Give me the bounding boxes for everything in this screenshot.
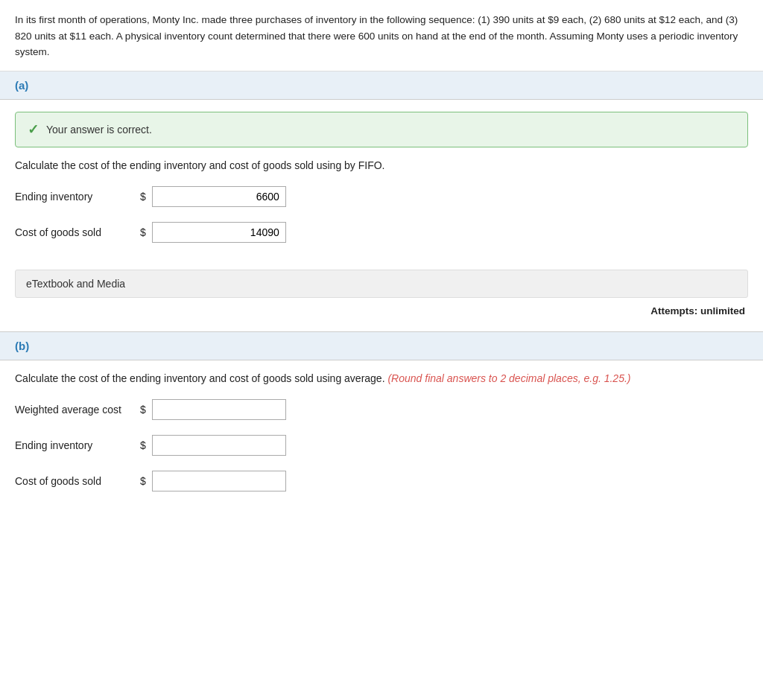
cost-of-goods-sold-dollar: $ — [140, 226, 146, 238]
weighted-average-label: Weighted average cost — [15, 404, 134, 416]
cost-of-goods-sold-label: Cost of goods sold — [15, 226, 134, 238]
etextbook-bar: eTextbook and Media — [15, 270, 748, 298]
problem-text: In its first month of operations, Monty … — [0, 0, 763, 71]
cost-of-goods-sold-row: Cost of goods sold $ — [15, 222, 748, 243]
ending-inventory-row: Ending inventory $ — [15, 186, 748, 207]
ending-inventory-b-label: Ending inventory — [15, 439, 134, 451]
etextbook-label: eTextbook and Media — [26, 278, 125, 290]
section-b-body: Calculate the cost of the ending invento… — [0, 360, 763, 529]
weighted-average-row: Weighted average cost $ — [15, 399, 748, 420]
ending-inventory-label: Ending inventory — [15, 191, 134, 203]
section-a-label: (a) — [15, 79, 28, 92]
ending-inventory-input[interactable] — [152, 186, 286, 207]
problem-text-content: In its first month of operations, Monty … — [15, 14, 738, 57]
section-a-label-bar: (a) — [0, 71, 763, 100]
section-a-body: ✓ Your answer is correct. Calculate the … — [0, 100, 763, 331]
cost-of-goods-sold-b-row: Cost of goods sold $ — [15, 471, 748, 491]
section-b-instruction: Calculate the cost of the ending invento… — [15, 372, 748, 384]
ending-inventory-dollar: $ — [140, 191, 146, 203]
cost-of-goods-sold-input[interactable] — [152, 222, 286, 243]
section-b-label-bar: (b) — [0, 332, 763, 360]
ending-inventory-b-row: Ending inventory $ — [15, 435, 748, 456]
section-b-instruction-static: Calculate the cost of the ending invento… — [15, 372, 385, 384]
cost-of-goods-sold-b-label: Cost of goods sold — [15, 475, 134, 487]
cost-of-goods-sold-b-dollar: $ — [140, 475, 146, 487]
attempts-line: Attempts: unlimited — [15, 305, 748, 316]
correct-text: Your answer is correct. — [46, 124, 152, 136]
weighted-average-dollar: $ — [140, 404, 146, 416]
page-container: In its first month of operations, Monty … — [0, 0, 763, 700]
section-b-round-note: (Round final answers to 2 decimal places… — [387, 372, 630, 384]
section-a-instruction: Calculate the cost of the ending invento… — [15, 159, 748, 171]
weighted-average-input[interactable] — [152, 399, 286, 420]
ending-inventory-b-input[interactable] — [152, 435, 286, 456]
cost-of-goods-sold-b-input[interactable] — [152, 471, 286, 491]
ending-inventory-b-dollar: $ — [140, 439, 146, 451]
attempts-text: Attempts: unlimited — [650, 305, 745, 316]
correct-banner: ✓ Your answer is correct. — [15, 112, 748, 147]
section-b-label: (b) — [15, 340, 29, 352]
checkmark-icon: ✓ — [28, 121, 39, 138]
